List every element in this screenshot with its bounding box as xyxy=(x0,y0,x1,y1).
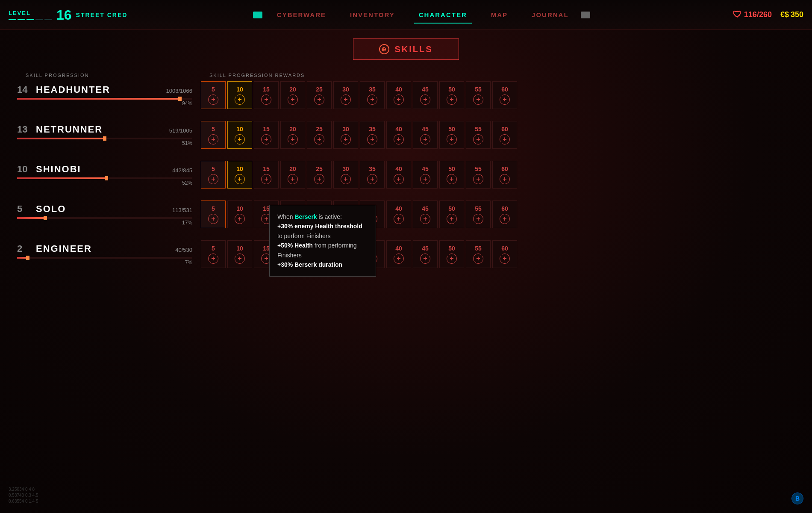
reward-box-headhunter-10[interactable]: 10+ xyxy=(227,81,252,109)
reward-box-engineer-55[interactable]: 55+ xyxy=(466,240,491,268)
reward-box-solo-55[interactable]: 55+ xyxy=(466,200,491,228)
reward-plus-icon: + xyxy=(394,134,404,144)
reward-box-engineer-40[interactable]: 40+ xyxy=(386,240,411,268)
reward-plus-icon: + xyxy=(288,94,298,105)
reward-box-engineer-45[interactable]: 45+ xyxy=(413,240,438,268)
reward-box-engineer-20[interactable]: 20+ xyxy=(280,240,305,268)
reward-box-solo-35[interactable]: 35+ xyxy=(360,200,385,228)
reward-box-solo-40[interactable]: 40+ xyxy=(386,200,411,228)
reward-box-shinobi-50[interactable]: 50+ xyxy=(439,161,464,189)
reward-box-netrunner-30[interactable]: 30+ xyxy=(333,121,358,149)
reward-plus-icon: + xyxy=(314,174,324,184)
reward-box-netrunner-35[interactable]: 35+ xyxy=(360,121,385,149)
reward-box-headhunter-60[interactable]: 60+ xyxy=(492,81,517,109)
tab-journal[interactable]: JOURNAL xyxy=(520,8,581,22)
reward-box-engineer-50[interactable]: 50+ xyxy=(439,240,464,268)
reward-plus-icon: + xyxy=(341,94,351,105)
tab-character[interactable]: CHARACTER xyxy=(407,8,479,22)
reward-plus-icon: + xyxy=(235,134,245,144)
reward-box-headhunter-35[interactable]: 35+ xyxy=(360,81,385,109)
reward-box-shinobi-55[interactable]: 55+ xyxy=(466,161,491,189)
skills-icon: ⊕ xyxy=(379,44,389,54)
skill-left-shinobi: 10SHINOBI442/84552% xyxy=(17,164,201,186)
reward-box-headhunter-30[interactable]: 30+ xyxy=(333,81,358,109)
reward-box-solo-15[interactable]: 15+ xyxy=(254,200,279,228)
reward-level-label: 25 xyxy=(316,126,323,133)
reward-plus-icon: + xyxy=(314,94,324,105)
level-number: 16 xyxy=(56,8,72,22)
reward-box-solo-60[interactable]: 60+ xyxy=(492,200,517,228)
reward-box-headhunter-45[interactable]: 45+ xyxy=(413,81,438,109)
reward-plus-icon: + xyxy=(447,134,457,144)
reward-box-engineer-15[interactable]: 15+ xyxy=(254,240,279,268)
reward-box-engineer-25[interactable]: 25+ xyxy=(307,240,332,268)
reward-box-headhunter-50[interactable]: 50+ xyxy=(439,81,464,109)
level-dot-1 xyxy=(9,19,16,20)
reward-box-solo-5[interactable]: 5+ xyxy=(201,200,226,228)
reward-box-shinobi-25[interactable]: 25+ xyxy=(307,161,332,189)
health-icon: 🛡 xyxy=(733,10,741,20)
reward-box-netrunner-60[interactable]: 60+ xyxy=(492,121,517,149)
reward-box-shinobi-5[interactable]: 5+ xyxy=(201,161,226,189)
reward-level-label: 10 xyxy=(236,126,243,133)
reward-box-engineer-10[interactable]: 10+ xyxy=(227,240,252,268)
reward-plus-icon: + xyxy=(314,214,324,224)
tab-map[interactable]: MAP xyxy=(479,8,520,22)
reward-plus-icon: + xyxy=(500,214,510,224)
reward-plus-icon: + xyxy=(500,254,510,264)
reward-box-netrunner-50[interactable]: 50+ xyxy=(439,121,464,149)
reward-level-label: 60 xyxy=(501,205,508,212)
reward-box-solo-45[interactable]: 45+ xyxy=(413,200,438,228)
reward-box-headhunter-55[interactable]: 55+ xyxy=(466,81,491,109)
skill-bar-container xyxy=(17,138,192,139)
reward-box-shinobi-30[interactable]: 30+ xyxy=(333,161,358,189)
reward-box-headhunter-5[interactable]: 5+ xyxy=(201,81,226,109)
reward-box-netrunner-5[interactable]: 5+ xyxy=(201,121,226,149)
reward-box-solo-25[interactable]: 25+ xyxy=(307,200,332,228)
reward-plus-icon: + xyxy=(314,134,324,144)
reward-box-shinobi-35[interactable]: 35+ xyxy=(360,161,385,189)
reward-box-headhunter-20[interactable]: 20+ xyxy=(280,81,305,109)
reward-box-shinobi-15[interactable]: 15+ xyxy=(254,161,279,189)
reward-box-shinobi-20[interactable]: 20+ xyxy=(280,161,305,189)
reward-box-engineer-35[interactable]: 35+ xyxy=(360,240,385,268)
skill-bar-fill xyxy=(17,257,29,259)
reward-box-netrunner-25[interactable]: 25+ xyxy=(307,121,332,149)
tab-inventory[interactable]: INVENTORY xyxy=(338,8,407,22)
reward-box-headhunter-15[interactable]: 15+ xyxy=(254,81,279,109)
reward-plus-icon: + xyxy=(447,254,457,264)
skill-left-solo: 5SOLO113/53117% xyxy=(17,203,201,226)
reward-plus-icon: + xyxy=(367,94,377,105)
skills-button[interactable]: ⊕ SKILLS xyxy=(353,38,459,60)
reward-box-solo-50[interactable]: 50+ xyxy=(439,200,464,228)
reward-box-headhunter-25[interactable]: 25+ xyxy=(307,81,332,109)
reward-box-netrunner-45[interactable]: 45+ xyxy=(413,121,438,149)
reward-box-netrunner-15[interactable]: 15+ xyxy=(254,121,279,149)
reward-level-label: 35 xyxy=(369,205,376,212)
reward-box-shinobi-40[interactable]: 40+ xyxy=(386,161,411,189)
level-dot-3 xyxy=(26,19,34,20)
reward-box-solo-20[interactable]: 20+ xyxy=(280,200,305,228)
reward-box-netrunner-40[interactable]: 40+ xyxy=(386,121,411,149)
reward-box-engineer-60[interactable]: 60+ xyxy=(492,240,517,268)
tab-cyberware[interactable]: CYBERWARE xyxy=(265,8,338,22)
reward-plus-icon: + xyxy=(314,254,324,264)
bottom-badge: B xyxy=(791,492,803,504)
skill-row-solo: 5SOLO113/53117%5+10+15+20+25+30+35+40+45… xyxy=(17,200,795,228)
reward-box-shinobi-10[interactable]: 10+ xyxy=(227,161,252,189)
reward-box-solo-30[interactable]: 30+ xyxy=(333,200,358,228)
reward-level-label: 60 xyxy=(501,245,508,252)
reward-level-label: 30 xyxy=(342,126,349,133)
reward-box-shinobi-45[interactable]: 45+ xyxy=(413,161,438,189)
reward-box-shinobi-60[interactable]: 60+ xyxy=(492,161,517,189)
reward-plus-icon: + xyxy=(447,94,457,105)
reward-box-engineer-30[interactable]: 30+ xyxy=(333,240,358,268)
reward-plus-icon: + xyxy=(341,214,351,224)
reward-box-netrunner-20[interactable]: 20+ xyxy=(280,121,305,149)
reward-box-engineer-5[interactable]: 5+ xyxy=(201,240,226,268)
reward-box-netrunner-10[interactable]: 10+ xyxy=(227,121,252,149)
reward-box-headhunter-40[interactable]: 40+ xyxy=(386,81,411,109)
reward-box-netrunner-55[interactable]: 55+ xyxy=(466,121,491,149)
skill-level-netrunner: 13 xyxy=(17,124,30,135)
reward-box-solo-10[interactable]: 10+ xyxy=(227,200,252,228)
